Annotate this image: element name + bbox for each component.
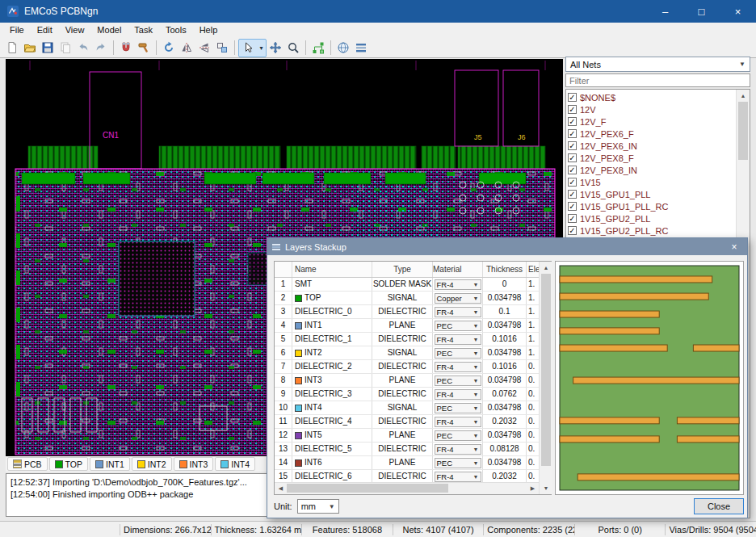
net-list-item[interactable]: ✓12V_PEX6_IN [568,140,736,152]
stackup-row[interactable]: 4INT1PLANEPEC▼0.0347981. [275,319,539,333]
stackup-hscrollbar[interactable]: ◀ ▶ [275,482,539,494]
redo-icon[interactable] [92,39,110,57]
open-icon[interactable] [21,39,39,57]
scrollbar-thumb[interactable] [738,102,748,160]
net-checkbox[interactable]: ✓ [568,166,577,174]
scroll-down-icon[interactable]: ▼ [540,482,552,494]
net-list-item[interactable]: ✓12V_PEX8_F [568,152,736,164]
material-dropdown[interactable]: PEC▼ [435,458,481,468]
material-dropdown[interactable]: FR-4▼ [435,334,481,345]
net-list-item[interactable]: ✓12V_F [568,115,736,128]
stackup-row[interactable]: 8INT3PLANEPEC▼0.0347980. [275,374,539,388]
stackup-icon[interactable] [352,39,370,57]
mirror-horizontal-icon[interactable] [178,39,195,57]
new-icon[interactable] [3,39,21,57]
refresh-icon[interactable] [160,39,178,57]
stackup-row[interactable]: 15DIELECTRIC_6DIELECTRICFR-4▼0.20320. [275,470,539,482]
route-icon[interactable] [309,39,327,57]
material-dropdown[interactable]: Copper▼ [435,293,481,304]
hammer-icon[interactable] [135,39,153,57]
mirror-vertical-icon[interactable] [195,39,213,57]
menu-item-help[interactable]: Help [193,23,225,38]
net-list-item[interactable]: ✓12V_PEX6_F [568,128,736,140]
net-checkbox[interactable]: ✓ [568,178,577,187]
net-checkbox[interactable]: ✓ [568,202,577,211]
undo-icon[interactable] [74,39,92,57]
net-list-item[interactable]: ✓$NONE$ [568,91,736,103]
stackup-row[interactable]: 7DIELECTRIC_2DIELECTRICFR-4▼0.10160. [275,360,539,374]
material-dropdown[interactable]: PEC▼ [435,375,481,386]
copy-icon[interactable] [57,39,74,57]
transform-icon[interactable] [213,39,231,57]
minimize-button[interactable]: – [647,0,683,23]
net-checkbox[interactable]: ✓ [568,117,577,126]
net-list-item[interactable]: ✓1V15_GPU2_PLL_RC [568,224,736,237]
menu-item-model[interactable]: Model [90,23,128,38]
legend-item-int2[interactable]: INT2 [132,457,172,471]
material-dropdown[interactable]: PEC▼ [435,430,481,441]
zoom-icon[interactable] [284,39,302,57]
stackup-row[interactable]: 5DIELECTRIC_1DIELECTRICFR-4▼0.10161. [275,333,539,346]
legend-item-pcb[interactable]: PCB [7,457,48,471]
net-checkbox[interactable]: ✓ [568,129,577,138]
stackup-row[interactable]: 14INT6PLANEPEC▼0.0347980. [275,456,539,470]
legend-item-int4[interactable]: INT4 [215,457,255,471]
net-checkbox[interactable]: ✓ [568,190,577,199]
material-dropdown[interactable]: FR-4▼ [435,279,481,290]
select-cursor-icon[interactable] [239,39,257,57]
net-list-item[interactable]: ✓1V15_GPU1_PLL [568,188,736,200]
net-checkbox[interactable]: ✓ [568,141,577,150]
dialog-title-bar[interactable]: Layers Stackup × [267,238,747,255]
menu-item-task[interactable]: Task [128,23,159,38]
material-dropdown[interactable]: FR-4▼ [435,417,481,427]
net-list-item[interactable]: ✓1V15 [568,176,736,188]
magnet-icon[interactable] [117,39,135,57]
net-list-item[interactable]: ✓1V15_GPU2_PLL [568,212,736,224]
scroll-up-icon[interactable]: ▲ [540,262,552,274]
legend-item-int3[interactable]: INT3 [174,457,214,471]
stackup-row[interactable]: 12INT5PLANEPEC▼0.0347980. [275,429,539,443]
stackup-row[interactable]: 9DIELECTRIC_3DIELECTRICFR-4▼0.07620. [275,388,539,401]
pan-icon[interactable] [267,39,284,57]
menu-item-tools[interactable]: Tools [159,23,193,38]
unit-dropdown[interactable]: mm ▼ [297,499,339,514]
dialog-close-button[interactable]: Close [694,498,744,514]
nets-scope-dropdown[interactable]: All Nets ▼ [565,57,750,72]
menu-item-edit[interactable]: Edit [31,23,59,38]
net-list-item[interactable]: ✓12V [568,103,736,115]
stackup-row[interactable]: 13DIELECTRIC_5DIELECTRICFR-4▼0.081280. [275,443,539,456]
close-button[interactable]: × [720,0,756,23]
stackup-row[interactable]: 1SMTSOLDER MASKFR-4▼01. [275,278,539,292]
stackup-vscrollbar[interactable]: ▲ ▼ [539,262,552,494]
menu-item-view[interactable]: View [59,23,91,38]
material-dropdown[interactable]: PEC▼ [435,348,481,359]
sphere-icon[interactable] [334,39,352,57]
save-icon[interactable] [39,39,57,57]
vscrollbar-thumb[interactable] [541,274,551,466]
stackup-row[interactable]: 3DIELECTRIC_0DIELECTRICFR-4▼0.11. [275,305,539,319]
material-dropdown[interactable]: FR-4▼ [435,362,481,372]
net-checkbox[interactable]: ✓ [568,153,577,162]
menu-item-file[interactable]: File [3,23,31,38]
legend-item-int1[interactable]: INT1 [90,457,130,471]
scroll-right-icon[interactable]: ▶ [527,485,539,492]
stackup-row[interactable]: 6INT2SIGNALPEC▼0.0347981. [275,346,539,360]
scroll-up-icon[interactable]: ▲ [737,90,750,102]
legend-item-top[interactable]: TOP [49,457,88,471]
material-dropdown[interactable]: FR-4▼ [435,444,481,455]
stackup-row[interactable]: 2TOPSIGNALCopper▼0.0347981. [275,292,539,305]
material-dropdown[interactable]: PEC▼ [435,403,481,413]
hscrollbar-thumb[interactable] [287,484,448,493]
dialog-close-icon[interactable]: × [725,241,743,253]
material-dropdown[interactable]: FR-4▼ [435,472,481,482]
maximize-button[interactable]: □ [683,0,720,23]
net-list-item[interactable]: ✓1V15_GPU1_PLL_RC [568,200,736,212]
nets-filter-input[interactable] [565,73,750,87]
scroll-left-icon[interactable]: ◀ [275,485,287,492]
material-dropdown[interactable]: FR-4▼ [435,389,481,400]
stackup-row[interactable]: 11DIELECTRIC_4DIELECTRICFR-4▼0.20320. [275,415,539,429]
net-checkbox[interactable]: ✓ [568,105,577,114]
net-checkbox[interactable]: ✓ [568,214,577,223]
material-dropdown[interactable]: FR-4▼ [435,307,481,317]
dropdown-chevron-icon[interactable]: ▾ [257,44,266,52]
